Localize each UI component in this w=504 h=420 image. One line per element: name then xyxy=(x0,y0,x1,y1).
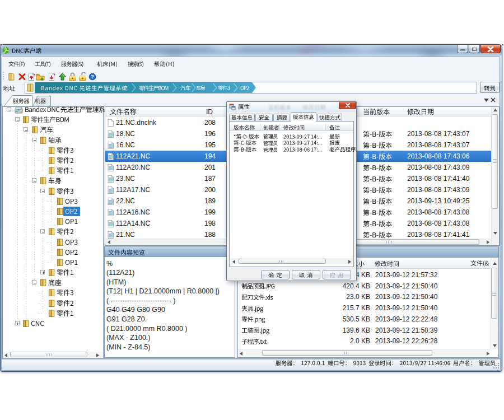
svg-text:?: ? xyxy=(91,73,94,80)
